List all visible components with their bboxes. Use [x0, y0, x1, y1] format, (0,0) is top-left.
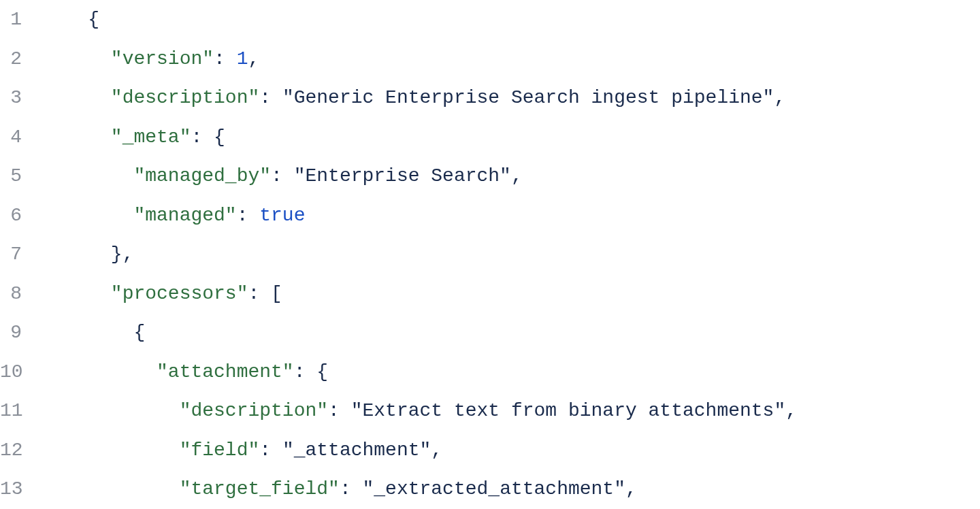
line-number: 5 [0, 157, 42, 196]
token-punc: : [259, 87, 282, 108]
token-key: "field" [180, 440, 260, 461]
line-number: 2 [0, 39, 42, 79]
token-punc: , [625, 478, 637, 499]
code-content: "version": 1, [42, 39, 259, 79]
token-bool: true [259, 205, 305, 226]
line-number: 12 [0, 431, 42, 470]
code-content: "_meta": { [42, 118, 225, 157]
token-punc: : { [191, 127, 225, 148]
code-content: "description": "Generic Enterprise Searc… [42, 78, 785, 118]
token-key: "processors" [111, 283, 248, 304]
token-string: "_extracted_attachment" [363, 478, 625, 499]
code-line[interactable]: 6 "managed": true [0, 196, 980, 235]
code-line[interactable]: 1 { [0, 0, 980, 39]
code-content: "description": "Extract text from binary… [42, 391, 797, 431]
code-content: "managed_by": "Enterprise Search", [42, 157, 523, 196]
line-number: 9 [0, 313, 42, 352]
code-content: { [42, 0, 99, 39]
line-number: 6 [0, 196, 42, 235]
line-number: 8 [0, 274, 42, 314]
token-string: "Extract text from binary attachments" [351, 400, 786, 421]
token-key: "version" [111, 48, 214, 69]
token-punc: }, [111, 244, 134, 265]
line-number: 11 [0, 391, 42, 431]
line-number: 4 [0, 118, 42, 157]
token-punc: , [248, 48, 259, 69]
code-content: }, [42, 235, 133, 274]
token-key: "description" [180, 400, 328, 421]
line-number: 10 [0, 352, 42, 392]
code-line[interactable]: 12 "field": "_attachment", [0, 431, 980, 470]
code-line[interactable]: 7 }, [0, 235, 980, 274]
token-number: 1 [237, 48, 248, 69]
code-content: "field": "_attachment", [42, 431, 442, 470]
token-punc: : [237, 205, 260, 226]
token-punc: : [271, 165, 294, 186]
token-key: "description" [111, 87, 259, 108]
token-key: "managed_by" [133, 165, 271, 186]
code-line[interactable]: 10 "attachment": { [0, 352, 980, 392]
line-number: 13 [0, 470, 42, 509]
code-content: "processors": [ [42, 274, 282, 314]
token-punc: { [88, 9, 99, 30]
json-code-viewer[interactable]: 1 {2 "version": 1,3 "description": "Gene… [0, 0, 980, 509]
token-string: "_attachment" [282, 440, 431, 461]
token-string: "Enterprise Search" [294, 165, 511, 186]
code-line[interactable]: 5 "managed_by": "Enterprise Search", [0, 157, 980, 196]
token-punc: , [431, 440, 442, 461]
token-punc: , [511, 165, 523, 186]
token-punc: { [133, 322, 145, 343]
code-line[interactable]: 11 "description": "Extract text from bin… [0, 391, 980, 431]
code-line[interactable]: 3 "description": "Generic Enterprise Sea… [0, 78, 980, 118]
code-content: "attachment": { [42, 352, 328, 392]
token-key: "managed" [133, 205, 236, 226]
code-content: "target_field": "_extracted_attachment", [42, 470, 637, 509]
line-number: 7 [0, 235, 42, 274]
token-key: "attachment" [157, 361, 294, 382]
token-punc: , [774, 87, 785, 108]
code-content: { [42, 313, 145, 352]
token-punc: : [340, 478, 363, 499]
token-key: "target_field" [180, 478, 340, 499]
line-number: 3 [0, 78, 42, 118]
token-key: "_meta" [111, 127, 191, 148]
code-content: "managed": true [42, 196, 305, 235]
code-line[interactable]: 9 { [0, 313, 980, 352]
token-punc: , [785, 400, 797, 421]
token-punc: : [214, 48, 237, 69]
token-punc: : [328, 400, 351, 421]
token-punc: : [259, 440, 282, 461]
token-string: "Generic Enterprise Search ingest pipeli… [282, 87, 774, 108]
token-punc: : { [294, 361, 328, 382]
code-line[interactable]: 13 "target_field": "_extracted_attachmen… [0, 470, 980, 509]
code-line[interactable]: 8 "processors": [ [0, 274, 980, 314]
code-line[interactable]: 2 "version": 1, [0, 39, 980, 79]
token-punc: : [ [248, 283, 282, 304]
code-line[interactable]: 4 "_meta": { [0, 118, 980, 157]
line-number: 1 [0, 0, 42, 39]
